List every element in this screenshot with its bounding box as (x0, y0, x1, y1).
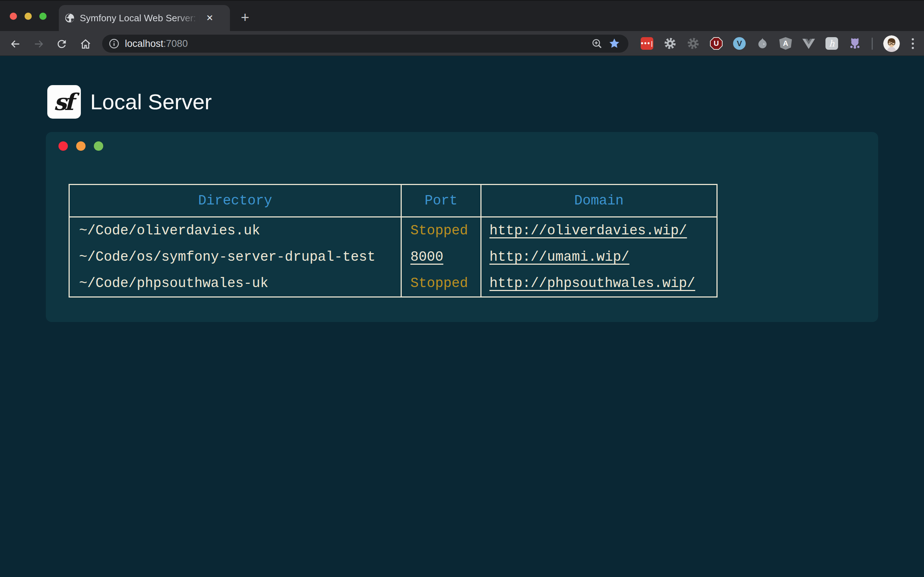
url-bar[interactable]: localhost:7080 (102, 35, 628, 53)
page-title: Local Server (90, 89, 212, 114)
brand: sf Local Server (47, 85, 212, 119)
gear-extension-icon[interactable] (664, 37, 677, 50)
domain-link[interactable]: http://phpsouthwales.wip/ (489, 276, 695, 291)
panel-dot-red (58, 141, 68, 151)
back-button[interactable] (7, 36, 23, 52)
github-extension-icon[interactable] (848, 37, 861, 50)
new-tab-button[interactable]: + (236, 9, 254, 26)
table-row: ~/Code/phpsouthwales-uk Stopped http://p… (69, 271, 717, 297)
domain-link[interactable]: http://oliverdavies.wip/ (489, 223, 687, 239)
browser-toolbar: localhost:7080 •••| U V (0, 31, 924, 56)
reload-button[interactable] (54, 36, 69, 52)
table-header-row: Directory Port Domain (69, 185, 717, 217)
domain-link[interactable]: http://umami.wip/ (489, 249, 630, 265)
toolbar-separator (872, 37, 873, 50)
page-content: sf Local Server Directory Port Domain ~/… (0, 56, 924, 577)
honey-extension-icon[interactable]: h (825, 37, 838, 50)
column-header-port: Port (401, 185, 481, 217)
angular-extension-icon[interactable]: A (779, 37, 792, 50)
port-status: Stopped (410, 223, 468, 239)
browser-tab[interactable]: Symfony Local Web Server: Prox ✕ (59, 5, 230, 31)
zoom-in-icon[interactable] (591, 37, 603, 50)
server-panel: Directory Port Domain ~/Code/oliverdavie… (46, 132, 878, 322)
drupal-extension-icon[interactable] (756, 37, 769, 50)
symfony-logo: sf (47, 85, 81, 119)
directory-cell: ~/Code/os/symfony-server-drupal-test (69, 244, 401, 271)
servers-table: Directory Port Domain ~/Code/oliverdavie… (69, 184, 717, 298)
panel-dot-orange (76, 141, 86, 151)
url-text[interactable]: localhost:7080 (125, 38, 591, 49)
window-fullscreen-button[interactable] (39, 13, 47, 20)
port-status: Stopped (410, 276, 468, 291)
tab-title: Symfony Local Web Server: Prox (80, 13, 202, 24)
home-button[interactable] (78, 36, 94, 52)
vue-extension-icon[interactable] (802, 37, 815, 50)
port-link[interactable]: 8000 (410, 249, 443, 265)
macos-window-controls (10, 13, 47, 20)
extensions-area: •••| U V A (641, 31, 915, 56)
gear-extension-disabled-icon[interactable] (687, 37, 699, 50)
profile-avatar[interactable] (883, 35, 900, 52)
column-header-domain: Domain (481, 185, 717, 217)
ublock-origin-extension-icon[interactable]: U (710, 37, 723, 50)
info-icon[interactable] (108, 38, 120, 49)
table-row: ~/Code/os/symfony-server-drupal-test 800… (69, 244, 717, 271)
tab-close-icon[interactable]: ✕ (203, 11, 216, 24)
chrome-menu-icon[interactable] (910, 37, 915, 50)
url-port: :7080 (163, 38, 188, 49)
directory-cell: ~/Code/oliverdavies.uk (69, 217, 401, 244)
globe-favicon-icon (65, 13, 75, 23)
tab-strip: Symfony Local Web Server: Prox ✕ + (0, 0, 924, 31)
table-row: ~/Code/oliverdavies.uk Stopped http://ol… (69, 217, 717, 244)
vimium-extension-icon[interactable]: V (733, 37, 746, 50)
forward-button[interactable] (31, 36, 47, 52)
panel-dot-green (94, 141, 103, 151)
bookmark-star-icon[interactable] (608, 37, 620, 50)
panel-traffic-dots (58, 141, 103, 151)
url-host: localhost (125, 38, 163, 49)
column-header-directory: Directory (69, 185, 401, 217)
lastpass-extension-icon[interactable]: •••| (641, 37, 653, 50)
window-minimize-button[interactable] (24, 13, 32, 20)
directory-cell: ~/Code/phpsouthwales-uk (69, 271, 401, 297)
window-close-button[interactable] (10, 13, 17, 20)
